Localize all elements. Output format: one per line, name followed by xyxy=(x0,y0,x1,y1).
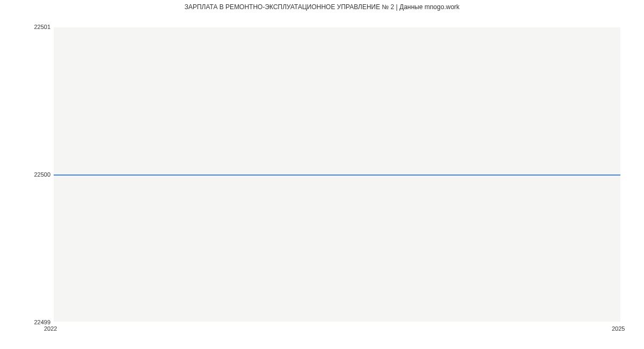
x-tick-label: 2025 xyxy=(612,325,625,332)
x-tick-label: 2022 xyxy=(44,325,57,332)
y-tick-label: 22500 xyxy=(2,171,50,178)
grid-line xyxy=(54,322,620,322)
data-series-line xyxy=(54,174,620,176)
chart-title: ЗАРПЛАТА В РЕМОНТНО-ЭКСПЛУАТАЦИОННОЕ УПР… xyxy=(0,3,644,11)
plot-area xyxy=(54,27,620,322)
y-tick-label: 22501 xyxy=(2,24,50,30)
y-tick-label: 22499 xyxy=(2,319,50,325)
grid-line xyxy=(54,27,620,27)
